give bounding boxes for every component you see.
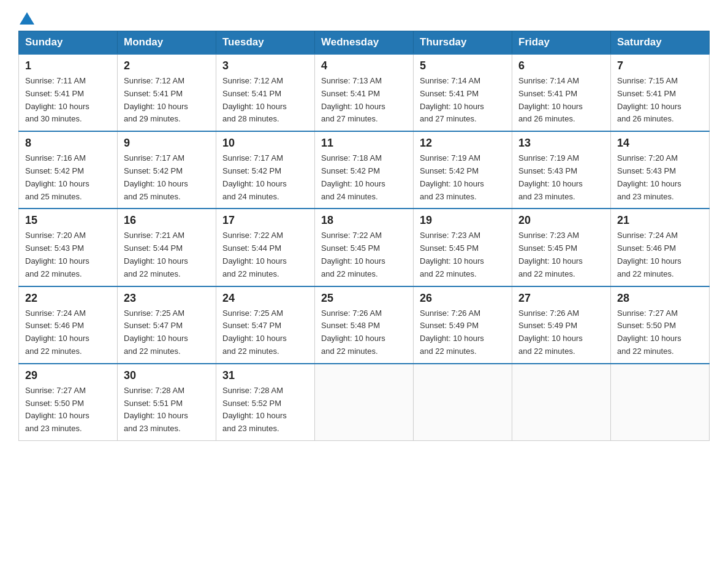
day-number: 27 [518,292,604,305]
week-row-5: 29 Sunrise: 7:27 AMSunset: 5:50 PMDaylig… [19,364,710,441]
day-number: 8 [25,137,111,150]
day-info: Sunrise: 7:26 AMSunset: 5:48 PMDaylight:… [321,307,407,358]
day-info: Sunrise: 7:15 AMSunset: 5:41 PMDaylight:… [617,75,703,126]
day-number: 14 [617,137,703,150]
calendar-cell: 10 Sunrise: 7:17 AMSunset: 5:42 PMDaylig… [216,131,315,209]
weekday-header-wednesday: Wednesday [315,31,414,55]
week-row-1: 1 Sunrise: 7:11 AMSunset: 5:41 PMDayligh… [19,54,710,131]
day-number: 2 [124,59,210,72]
day-info: Sunrise: 7:22 AMSunset: 5:45 PMDaylight:… [321,229,407,280]
calendar-cell: 27 Sunrise: 7:26 AMSunset: 5:49 PMDaylig… [512,286,611,364]
calendar-cell: 6 Sunrise: 7:14 AMSunset: 5:41 PMDayligh… [512,54,611,131]
week-row-2: 8 Sunrise: 7:16 AMSunset: 5:42 PMDayligh… [19,131,710,209]
calendar-cell: 2 Sunrise: 7:12 AMSunset: 5:41 PMDayligh… [118,54,216,131]
day-number: 5 [420,59,506,72]
day-number: 23 [124,292,210,305]
calendar-cell: 30 Sunrise: 7:28 AMSunset: 5:51 PMDaylig… [118,364,216,441]
page-header [18,12,710,25]
day-info: Sunrise: 7:26 AMSunset: 5:49 PMDaylight:… [420,307,506,358]
day-info: Sunrise: 7:16 AMSunset: 5:42 PMDaylight:… [25,152,111,203]
day-number: 7 [617,59,703,72]
day-number: 26 [420,292,506,305]
calendar-cell [512,364,611,441]
day-info: Sunrise: 7:21 AMSunset: 5:44 PMDaylight:… [124,229,210,280]
day-number: 22 [25,292,111,305]
day-number: 6 [518,59,604,72]
day-info: Sunrise: 7:28 AMSunset: 5:51 PMDaylight:… [124,385,210,435]
day-info: Sunrise: 7:19 AMSunset: 5:42 PMDaylight:… [420,152,506,203]
day-number: 25 [321,292,407,305]
calendar-cell: 19 Sunrise: 7:23 AMSunset: 5:45 PMDaylig… [414,209,512,286]
weekday-header-saturday: Saturday [611,31,710,55]
day-number: 9 [124,137,210,150]
calendar-cell: 8 Sunrise: 7:16 AMSunset: 5:42 PMDayligh… [19,131,118,209]
day-info: Sunrise: 7:23 AMSunset: 5:45 PMDaylight:… [420,229,506,280]
day-info: Sunrise: 7:22 AMSunset: 5:44 PMDaylight:… [222,229,308,280]
calendar-cell: 1 Sunrise: 7:11 AMSunset: 5:41 PMDayligh… [19,54,118,131]
day-number: 12 [420,137,506,150]
day-number: 10 [222,137,308,150]
calendar-cell: 5 Sunrise: 7:14 AMSunset: 5:41 PMDayligh… [414,54,512,131]
calendar-cell: 29 Sunrise: 7:27 AMSunset: 5:50 PMDaylig… [19,364,118,441]
calendar-cell: 14 Sunrise: 7:20 AMSunset: 5:43 PMDaylig… [611,131,710,209]
day-info: Sunrise: 7:25 AMSunset: 5:47 PMDaylight:… [222,307,308,358]
day-info: Sunrise: 7:26 AMSunset: 5:49 PMDaylight:… [518,307,604,358]
calendar-cell [414,364,512,441]
calendar-cell: 23 Sunrise: 7:25 AMSunset: 5:47 PMDaylig… [118,286,216,364]
day-info: Sunrise: 7:12 AMSunset: 5:41 PMDaylight:… [124,75,210,126]
day-info: Sunrise: 7:23 AMSunset: 5:45 PMDaylight:… [518,229,604,280]
day-number: 30 [124,369,210,382]
calendar-cell: 16 Sunrise: 7:21 AMSunset: 5:44 PMDaylig… [118,209,216,286]
logo [18,12,36,25]
day-info: Sunrise: 7:14 AMSunset: 5:41 PMDaylight:… [420,75,506,126]
day-number: 15 [25,214,111,227]
weekday-header-thursday: Thursday [414,31,512,55]
day-number: 3 [222,59,308,72]
day-number: 4 [321,59,407,72]
day-number: 21 [617,214,703,227]
weekday-header-sunday: Sunday [19,31,118,55]
day-number: 28 [617,292,703,305]
day-number: 31 [222,369,308,382]
day-number: 18 [321,214,407,227]
day-info: Sunrise: 7:11 AMSunset: 5:41 PMDaylight:… [25,75,111,126]
day-number: 29 [25,369,111,382]
day-number: 19 [420,214,506,227]
weekday-header-row: SundayMondayTuesdayWednesdayThursdayFrid… [19,31,710,55]
weekday-header-monday: Monday [118,31,216,55]
calendar-cell: 26 Sunrise: 7:26 AMSunset: 5:49 PMDaylig… [414,286,512,364]
day-number: 13 [518,137,604,150]
day-info: Sunrise: 7:20 AMSunset: 5:43 PMDaylight:… [25,229,111,280]
day-info: Sunrise: 7:18 AMSunset: 5:42 PMDaylight:… [321,152,407,203]
week-row-4: 22 Sunrise: 7:24 AMSunset: 5:46 PMDaylig… [19,286,710,364]
calendar-table: SundayMondayTuesdayWednesdayThursdayFrid… [18,31,710,441]
day-number: 24 [222,292,308,305]
calendar-cell: 28 Sunrise: 7:27 AMSunset: 5:50 PMDaylig… [611,286,710,364]
calendar-cell: 21 Sunrise: 7:24 AMSunset: 5:46 PMDaylig… [611,209,710,286]
weekday-header-tuesday: Tuesday [216,31,315,55]
logo-triangle-icon [20,12,34,25]
calendar-cell: 20 Sunrise: 7:23 AMSunset: 5:45 PMDaylig… [512,209,611,286]
day-info: Sunrise: 7:17 AMSunset: 5:42 PMDaylight:… [124,152,210,203]
day-info: Sunrise: 7:27 AMSunset: 5:50 PMDaylight:… [25,385,111,435]
day-info: Sunrise: 7:13 AMSunset: 5:41 PMDaylight:… [321,75,407,126]
calendar-cell: 9 Sunrise: 7:17 AMSunset: 5:42 PMDayligh… [118,131,216,209]
calendar-cell: 7 Sunrise: 7:15 AMSunset: 5:41 PMDayligh… [611,54,710,131]
day-number: 20 [518,214,604,227]
calendar-cell: 17 Sunrise: 7:22 AMSunset: 5:44 PMDaylig… [216,209,315,286]
day-info: Sunrise: 7:12 AMSunset: 5:41 PMDaylight:… [222,75,308,126]
day-info: Sunrise: 7:20 AMSunset: 5:43 PMDaylight:… [617,152,703,203]
day-info: Sunrise: 7:24 AMSunset: 5:46 PMDaylight:… [25,307,111,358]
calendar-cell: 12 Sunrise: 7:19 AMSunset: 5:42 PMDaylig… [414,131,512,209]
day-info: Sunrise: 7:27 AMSunset: 5:50 PMDaylight:… [617,307,703,358]
day-info: Sunrise: 7:28 AMSunset: 5:52 PMDaylight:… [222,385,308,435]
calendar-cell: 22 Sunrise: 7:24 AMSunset: 5:46 PMDaylig… [19,286,118,364]
calendar-cell: 11 Sunrise: 7:18 AMSunset: 5:42 PMDaylig… [315,131,414,209]
day-info: Sunrise: 7:17 AMSunset: 5:42 PMDaylight:… [222,152,308,203]
day-number: 1 [25,59,111,72]
calendar-cell: 4 Sunrise: 7:13 AMSunset: 5:41 PMDayligh… [315,54,414,131]
day-info: Sunrise: 7:14 AMSunset: 5:41 PMDaylight:… [518,75,604,126]
calendar-cell: 24 Sunrise: 7:25 AMSunset: 5:47 PMDaylig… [216,286,315,364]
calendar-cell: 15 Sunrise: 7:20 AMSunset: 5:43 PMDaylig… [19,209,118,286]
day-info: Sunrise: 7:24 AMSunset: 5:46 PMDaylight:… [617,229,703,280]
